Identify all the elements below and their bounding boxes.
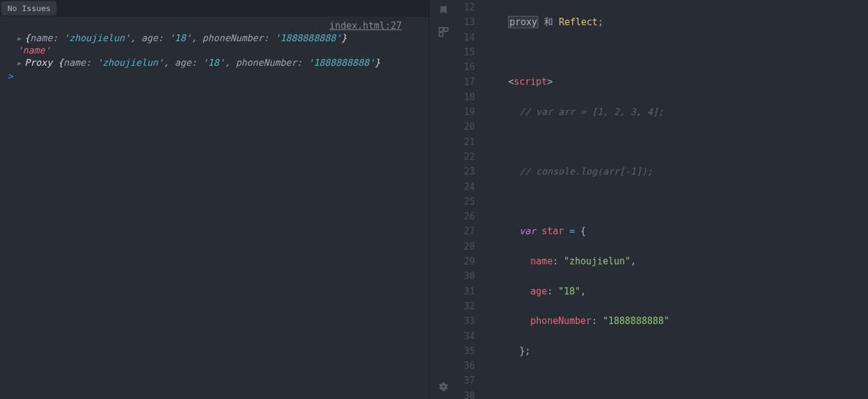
prop-key: phoneNumber: <box>236 57 302 68</box>
line-number: 26 <box>464 209 475 224</box>
code-line <box>486 194 868 209</box>
code-line <box>486 135 868 149</box>
string-value: 'name' <box>17 45 50 56</box>
line-number: 30 <box>464 269 475 283</box>
layout-icon[interactable] <box>439 27 448 39</box>
expand-arrow-icon[interactable]: ▶ <box>17 35 21 42</box>
code-line: var star = { <box>486 224 868 239</box>
brace: } <box>375 57 380 68</box>
svg-rect-0 <box>439 28 443 31</box>
line-number: 16 <box>464 60 475 74</box>
code-line <box>486 45 868 60</box>
line-number: 19 <box>464 105 475 119</box>
code-content[interactable]: proxy 和 Reflect; <script> // var arr = [… <box>486 0 868 399</box>
prop-key: age: <box>141 33 164 44</box>
prop-val: '18' <box>169 33 191 44</box>
prop-val: '1888888888' <box>274 33 341 44</box>
line-number: 24 <box>464 180 475 194</box>
line-number: 20 <box>464 119 475 134</box>
issues-bar: No Issues <box>0 0 429 17</box>
line-number: 34 <box>464 329 475 344</box>
line-number: 32 <box>464 299 475 314</box>
console-log-proxy[interactable]: ▶ Proxy {name: 'zhoujielun', age: '18', … <box>5 57 424 68</box>
prop-val: '18' <box>202 57 225 68</box>
line-number: 33 <box>464 314 475 328</box>
brace: } <box>341 33 347 44</box>
code-line <box>486 373 868 388</box>
prop-key: phoneNumber: <box>202 33 269 44</box>
line-number: 21 <box>464 135 475 149</box>
prop-val: 'zhoujielun' <box>63 33 130 44</box>
brace: { <box>25 33 30 44</box>
console-log-object[interactable]: ▶ {name: 'zhoujielun', age: '18', phoneN… <box>5 33 424 44</box>
line-number: 37 <box>464 373 475 388</box>
source-link[interactable]: index.html:27 <box>5 20 424 31</box>
line-number: 14 <box>464 30 475 45</box>
gear-icon[interactable] <box>439 382 448 394</box>
console-log-string[interactable]: 'name' <box>5 45 424 56</box>
code-line: }; <box>486 344 868 358</box>
code-line: phoneNumber: "1888888888" <box>486 314 868 328</box>
line-number: 23 <box>464 164 475 179</box>
code-line: <script> <box>486 74 868 89</box>
line-number: 17 <box>464 74 475 89</box>
code-editor-panel: 12 13 14 15 16 17 18 19 20 21 22 23 24 2… <box>429 0 868 399</box>
prop-val: 'zhoujielun' <box>97 57 163 68</box>
line-number: 12 <box>464 0 475 15</box>
line-number: 36 <box>464 358 475 373</box>
bookmark-icon[interactable] <box>439 5 448 17</box>
expand-arrow-icon[interactable]: ▶ <box>17 60 21 66</box>
devtools-console-panel: No Issues index.html:27 ▶ {name: 'zhouji… <box>0 0 429 399</box>
console-output[interactable]: index.html:27 ▶ {name: 'zhoujielun', age… <box>0 17 429 399</box>
line-number: 35 <box>464 344 475 358</box>
prop-key: age: <box>175 57 197 68</box>
line-number: 15 <box>464 45 475 60</box>
line-number: 25 <box>464 194 475 209</box>
prop-key: name: <box>30 33 58 44</box>
code-line: // console.log(arr[-1]); <box>486 164 868 179</box>
prop-key: name: <box>63 57 91 68</box>
line-number: 31 <box>464 284 475 299</box>
svg-rect-2 <box>439 33 443 36</box>
brace: { <box>52 57 63 68</box>
svg-rect-1 <box>444 28 448 31</box>
line-number: 13 <box>464 15 475 30</box>
code-editor[interactable]: 12 13 14 15 16 17 18 19 20 21 22 23 24 2… <box>458 0 868 399</box>
line-number: 29 <box>464 254 475 269</box>
code-line: age: "18", <box>486 284 868 299</box>
code-line: // var arr = [1, 2, 3, 4]; <box>486 105 868 119</box>
proxy-label: Proxy <box>25 57 52 68</box>
prop-val: '1888888888' <box>308 57 375 68</box>
line-number: 18 <box>464 90 475 105</box>
console-prompt[interactable]: > <box>5 71 424 82</box>
line-number-gutter: 12 13 14 15 16 17 18 19 20 21 22 23 24 2… <box>458 0 486 399</box>
line-number: 28 <box>464 239 475 254</box>
line-number: 27 <box>464 224 475 239</box>
code-line: name: "zhoujielun", <box>486 254 868 269</box>
editor-icon-gutter <box>429 0 458 399</box>
line-number: 22 <box>464 149 475 164</box>
line-number: 38 <box>464 389 475 399</box>
code-line: proxy 和 Reflect; <box>486 15 868 30</box>
issues-badge[interactable]: No Issues <box>1 1 57 15</box>
